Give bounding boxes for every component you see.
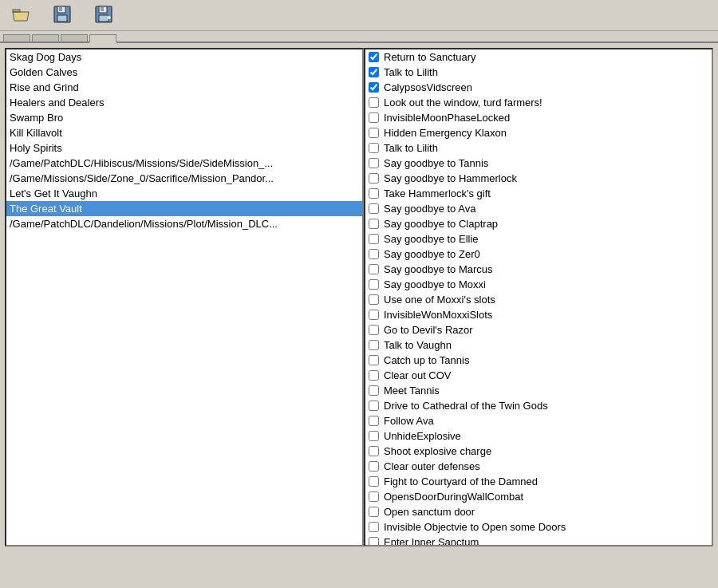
missions-list[interactable]: Skag Dog DaysGolden CalvesRise and Grind… xyxy=(5,48,364,547)
left-item[interactable]: Golden Calves xyxy=(6,65,362,80)
checkbox-item[interactable]: Say goodbye to Marcus xyxy=(365,262,712,277)
checkbox-item[interactable]: Shoot explosive charge xyxy=(365,444,712,459)
objective-label: Say goodbye to Tannis xyxy=(384,157,488,169)
checkbox-item[interactable]: Fight to Courtyard of the Damned xyxy=(365,474,712,489)
checkbox-item[interactable]: Use one of Moxxi's slots xyxy=(365,292,712,307)
open-button[interactable] xyxy=(6,3,35,27)
objective-checkbox[interactable] xyxy=(369,294,379,305)
objective-checkbox[interactable] xyxy=(369,325,379,335)
objective-label: CalypsosVidscreen xyxy=(384,81,472,93)
left-item[interactable]: Skag Dog Days xyxy=(6,49,362,65)
save-button[interactable] xyxy=(48,3,77,27)
toolbar xyxy=(0,0,718,31)
checkbox-item[interactable]: Follow Ava xyxy=(365,413,712,428)
checkbox-item[interactable]: OpensDoorDuringWallCombat xyxy=(365,489,712,504)
objective-checkbox[interactable] xyxy=(369,173,379,184)
objective-checkbox[interactable] xyxy=(369,340,379,350)
objective-label: Enter Inner Sanctum xyxy=(384,536,479,547)
objective-label: Say goodbye to Claptrap xyxy=(384,218,498,230)
objective-checkbox[interactable] xyxy=(369,491,379,502)
objective-label: Invisible Objectvie to Open some Doors xyxy=(384,521,566,533)
tab-general[interactable] xyxy=(3,34,30,41)
checkbox-item[interactable]: Invisible Objectvie to Open some Doors xyxy=(365,519,712,535)
checkbox-item[interactable]: Return to Sanctuary xyxy=(365,49,712,65)
checkbox-item[interactable]: UnhideExplosive xyxy=(365,428,712,444)
checkbox-item[interactable]: Clear out COV xyxy=(365,368,712,383)
objective-checkbox[interactable] xyxy=(369,158,379,168)
left-item[interactable]: Holy Spirits xyxy=(6,140,362,156)
checkbox-item[interactable]: Say goodbye to Claptrap xyxy=(365,216,712,231)
objective-label: Say goodbye to Zer0 xyxy=(384,248,480,260)
checkbox-item[interactable]: InvisibleMoonPhaseLocked xyxy=(365,110,712,125)
checkbox-item[interactable]: Say goodbye to Zer0 xyxy=(365,247,712,262)
tab-inventory[interactable] xyxy=(32,34,59,41)
objective-label: Return to Sanctuary xyxy=(384,51,476,63)
objective-label: Clear out COV xyxy=(384,369,452,381)
checkbox-item[interactable]: Clear outer defenses xyxy=(365,459,712,474)
objective-checkbox[interactable] xyxy=(369,97,379,108)
objective-checkbox[interactable] xyxy=(369,249,379,259)
left-item[interactable]: Kill Killavolt xyxy=(6,125,362,140)
checkbox-item[interactable]: InvisibleWonMoxxiSlots xyxy=(365,307,712,322)
objective-checkbox[interactable] xyxy=(369,416,379,426)
saveas-button[interactable] xyxy=(89,3,118,27)
objective-checkbox[interactable] xyxy=(369,279,379,290)
objective-checkbox[interactable] xyxy=(369,67,379,77)
objective-checkbox[interactable] xyxy=(369,310,379,320)
checkbox-item[interactable]: Open sanctum door xyxy=(365,504,712,519)
left-item[interactable]: Swamp Bro xyxy=(6,110,362,125)
objective-checkbox[interactable] xyxy=(369,203,379,214)
checkbox-item[interactable]: Meet Tannis xyxy=(365,383,712,398)
objective-checkbox[interactable] xyxy=(369,522,379,532)
left-item[interactable]: Let's Get It Vaughn xyxy=(6,186,362,201)
objective-checkbox[interactable] xyxy=(369,537,379,547)
objective-checkbox[interactable] xyxy=(369,128,379,138)
checkbox-item[interactable]: Go to Devil's Razor xyxy=(365,322,712,337)
objective-checkbox[interactable] xyxy=(369,112,379,123)
left-item[interactable]: /Game/PatchDLC/Hibiscus/Missions/Side/Si… xyxy=(6,156,362,171)
checkbox-item[interactable]: Take Hammerlock's gift xyxy=(365,186,712,201)
objective-checkbox[interactable] xyxy=(369,234,379,244)
left-item[interactable]: The Great Vault xyxy=(6,201,362,216)
objective-checkbox[interactable] xyxy=(369,446,379,456)
left-item[interactable]: Healers and Dealers xyxy=(6,95,362,110)
checkbox-item[interactable]: Talk to Lilith xyxy=(365,140,712,156)
objective-checkbox[interactable] xyxy=(369,370,379,381)
tab-consumables[interactable] xyxy=(61,34,88,41)
objective-checkbox[interactable] xyxy=(369,355,379,365)
objectives-list[interactable]: Return to SanctuaryTalk to LilithCalypso… xyxy=(364,48,713,547)
left-item[interactable]: /Game/Missions/Side/Zone_0/Sacrifice/Mis… xyxy=(6,171,362,186)
objective-label: Use one of Moxxi's slots xyxy=(384,294,495,306)
objective-checkbox[interactable] xyxy=(369,385,379,396)
objective-label: Open sanctum door xyxy=(384,506,475,518)
objective-checkbox[interactable] xyxy=(369,188,379,199)
objective-checkbox[interactable] xyxy=(369,507,379,517)
checkbox-item[interactable]: Catch up to Tannis xyxy=(365,353,712,368)
objective-checkbox[interactable] xyxy=(369,52,379,62)
left-item[interactable]: /Game/PatchDLC/Dandelion/Missions/Plot/M… xyxy=(6,216,362,231)
checkbox-item[interactable]: CalypsosVidscreen xyxy=(365,80,712,95)
objective-label: Clear outer defenses xyxy=(384,460,480,472)
objective-checkbox[interactable] xyxy=(369,143,379,153)
checkbox-item[interactable]: Look out the window, turd farmers! xyxy=(365,95,712,110)
checkbox-item[interactable]: Say goodbye to Ellie xyxy=(365,231,712,247)
checkbox-item[interactable]: Talk to Vaughn xyxy=(365,337,712,353)
objective-checkbox[interactable] xyxy=(369,431,379,441)
checkbox-item[interactable]: Hidden Emergency Klaxon xyxy=(365,125,712,140)
checkbox-item[interactable]: Enter Inner Sanctum xyxy=(365,535,712,547)
objective-label: Drive to Cathedral of the Twin Gods xyxy=(384,400,548,412)
objective-checkbox[interactable] xyxy=(369,219,379,229)
checkbox-item[interactable]: Say goodbye to Tannis xyxy=(365,156,712,171)
tab-missions[interactable] xyxy=(89,34,116,43)
checkbox-item[interactable]: Say goodbye to Hammerlock xyxy=(365,171,712,186)
objective-checkbox[interactable] xyxy=(369,82,379,93)
left-item[interactable]: Rise and Grind xyxy=(6,80,362,95)
checkbox-item[interactable]: Say goodbye to Moxxi xyxy=(365,277,712,292)
objective-checkbox[interactable] xyxy=(369,476,379,487)
checkbox-item[interactable]: Drive to Cathedral of the Twin Gods xyxy=(365,398,712,413)
objective-checkbox[interactable] xyxy=(369,264,379,274)
objective-checkbox[interactable] xyxy=(369,401,379,411)
objective-checkbox[interactable] xyxy=(369,461,379,472)
checkbox-item[interactable]: Talk to Lilith xyxy=(365,65,712,80)
checkbox-item[interactable]: Say goodbye to Ava xyxy=(365,201,712,216)
